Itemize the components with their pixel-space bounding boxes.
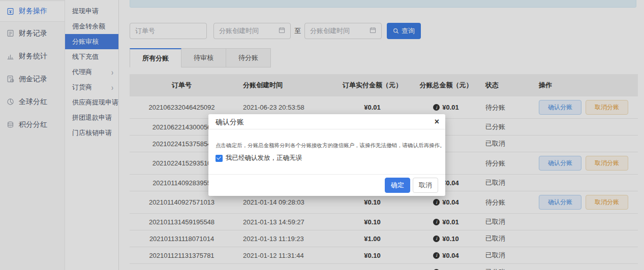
modal-cancel-button[interactable]: 取消	[413, 178, 438, 193]
checkbox-checked-icon[interactable]	[216, 155, 223, 162]
close-icon[interactable]: ×	[435, 117, 439, 127]
checkbox-label: 我已经确认发放，正确无误	[226, 154, 302, 162]
modal-title: 确认分账	[208, 114, 445, 129]
modal-footer: 确定 取消	[208, 174, 445, 196]
confirm-split-modal: 确认分账 × 点击确定后，分账总金额将分到各个分账接收方的微信账户，该操作无法撤…	[208, 114, 445, 196]
confirm-checkbox-row[interactable]: 我已经确认发放，正确无误	[216, 154, 438, 162]
modal-warning-text: 点击确定后，分账总金额将分到各个分账接收方的微信账户，该操作无法撤销，请确认后再…	[216, 142, 438, 149]
modal-body: 点击确定后，分账总金额将分到各个分账接收方的微信账户，该操作无法撤销，请确认后再…	[208, 129, 445, 162]
modal-confirm-button[interactable]: 确定	[385, 178, 410, 193]
